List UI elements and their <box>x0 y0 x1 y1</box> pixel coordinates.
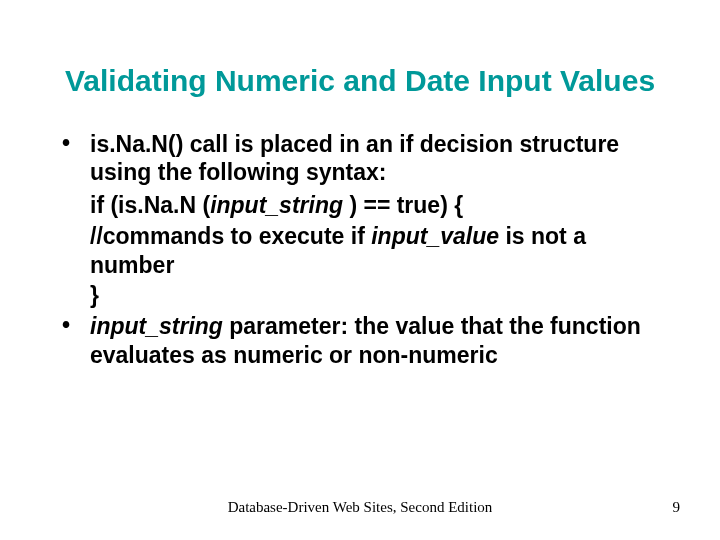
bullet-param: input_string <box>90 313 223 339</box>
code-param: input_value <box>371 223 499 249</box>
bullet-item-1: is.Na.N() call is placed in an if decisi… <box>60 130 660 188</box>
code-param: input_string <box>210 192 343 218</box>
bullet-text: is.Na.N() call is placed in an if decisi… <box>90 131 619 186</box>
code-line-2: //commands to execute if input_value is … <box>90 222 660 280</box>
code-text: } <box>90 282 99 308</box>
slide-content: is.Na.N() call is placed in an if decisi… <box>0 100 720 370</box>
page-number: 9 <box>640 499 680 516</box>
code-line-3: } <box>90 281 660 310</box>
slide-title: Validating Numeric and Date Input Values <box>0 0 720 100</box>
slide: Validating Numeric and Date Input Values… <box>0 0 720 540</box>
footer-center-text: Database-Driven Web Sites, Second Editio… <box>80 499 640 516</box>
code-text: //commands to execute if <box>90 223 371 249</box>
bullet-item-2: input_string parameter: the value that t… <box>60 312 660 370</box>
code-text: if (is.Na.N ( <box>90 192 210 218</box>
bullet-list: is.Na.N() call is placed in an if decisi… <box>60 130 660 370</box>
footer: Database-Driven Web Sites, Second Editio… <box>0 499 720 516</box>
code-text: ) == true) { <box>343 192 463 218</box>
code-block: if (is.Na.N (input_string ) == true) { /… <box>60 191 660 310</box>
code-line-1: if (is.Na.N (input_string ) == true) { <box>90 191 660 220</box>
